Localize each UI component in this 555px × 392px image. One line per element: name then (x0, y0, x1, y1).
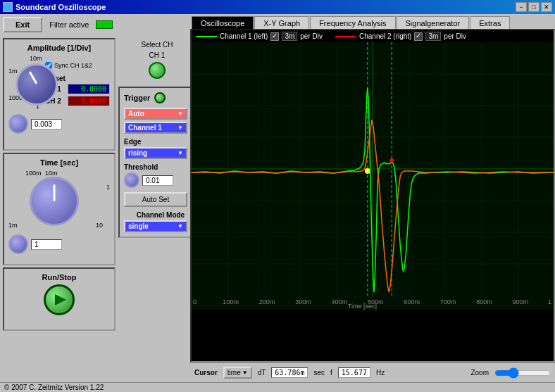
time-label-100m: 100m (25, 170, 42, 177)
edge-dropdown[interactable]: rising ▼ (124, 147, 187, 159)
tab-frequency-analysis[interactable]: Frequency Analysis (310, 16, 395, 30)
svg-text:600m: 600m (404, 298, 420, 305)
scope-svg: 0 100m 200m 300m 400m 500m 600m 700m 800… (192, 42, 554, 310)
f-value: 15.677 (338, 367, 370, 378)
sync-label: Sync CH 1&2 (54, 62, 92, 69)
ch1-per-div-unit: per Div (300, 32, 323, 40)
ch2-line-indicator (335, 36, 356, 37)
zoom-slider[interactable] (494, 367, 551, 379)
time-label-1: 1 (106, 184, 110, 191)
amplitude-knob[interactable] (15, 63, 58, 106)
window-controls: − □ ✕ (516, 2, 552, 12)
ch1-checkbox[interactable] (270, 32, 279, 41)
amp-label-1m: 1m (8, 68, 18, 75)
svg-point-21 (365, 168, 370, 174)
threshold-title: Threshold (124, 163, 197, 171)
time-knob[interactable] (30, 177, 79, 226)
copyright-text: © 2007 C. Zeitmitz Version 1.22 (4, 384, 104, 391)
trigger-title: Trigger (124, 94, 150, 102)
play-icon (55, 294, 66, 305)
ch2-checkbox[interactable] (414, 32, 423, 41)
exit-button[interactable]: Exit (3, 17, 42, 32)
app-title: Soundcard Oszilloscope (15, 3, 106, 11)
filter-indicator (96, 20, 113, 29)
amplitude-value[interactable]: 0.003 (31, 119, 62, 129)
ch1-line-indicator (196, 36, 217, 37)
svg-text:0: 0 (193, 298, 197, 305)
amplitude-title: Amplitude [1/Div] (8, 44, 110, 52)
app-icon (3, 2, 13, 12)
cursor-bar: Cursor time ▼ dT 63.786m sec f 15.677 Hz… (190, 362, 555, 382)
svg-text:800m: 800m (476, 298, 492, 305)
channel-dropdown[interactable]: Channel 1 ▼ (124, 122, 187, 134)
dt-label: dT (258, 369, 266, 377)
time-label-10m: 10m (45, 170, 58, 177)
scope-grid[interactable]: 0 100m 200m 300m 400m 500m 600m 700m 800… (192, 42, 554, 310)
copyright-bar: © 2007 C. Zeitmitz Version 1.22 (0, 382, 555, 392)
amplitude-fine-knob[interactable] (8, 114, 28, 134)
dt-value: 63.786m (271, 367, 308, 378)
time-title: Time [sec] (8, 158, 110, 167)
cursor-dropdown-arrow: ▼ (242, 369, 248, 376)
ch2-per-div-unit: per Div (444, 32, 466, 40)
trigger-indicator (154, 92, 166, 103)
tab-oscilloscope[interactable]: Oscilloscope (192, 16, 254, 30)
cursor-type-dropdown[interactable]: time ▼ (223, 367, 252, 379)
ch1-indicator (149, 62, 166, 79)
sync-checkbox[interactable]: Sync CH 1&2 (45, 62, 110, 69)
filter-label: Filter active (49, 20, 89, 29)
f-label: f (330, 369, 332, 377)
run-stop-panel: Run/Stop (3, 267, 116, 331)
channel-mode-title: Channel Mode (124, 211, 197, 219)
svg-text:900m: 900m (513, 298, 529, 305)
time-label-1m: 1m (8, 222, 18, 229)
threshold-knob[interactable] (124, 172, 139, 188)
amp-label-10m: 10m (30, 55, 42, 62)
ch1-label: CH 1 (121, 51, 193, 59)
time-panel: Time [sec] 100m 10m 1m 1 10 (3, 153, 116, 265)
tab-extras[interactable]: Extras (470, 16, 510, 30)
zoom-label: Zoom (470, 369, 489, 377)
ch2-per-div-value[interactable]: 3m (425, 32, 441, 41)
auto-dropdown[interactable]: Auto ▼ (124, 108, 187, 120)
svg-text:1: 1 (548, 298, 551, 305)
amplitude-panel: Amplitude [1/Div] 10m 100m 1 1m 100u (3, 38, 116, 151)
f-unit: Hz (376, 369, 385, 377)
threshold-value[interactable]: 0.01 (142, 175, 173, 186)
oscilloscope-display: Channel 1 (left) 3m per Div Channel 2 (r… (190, 29, 555, 362)
autoset-button[interactable]: Auto Set (124, 192, 187, 207)
ch2-offset-value[interactable]: 0.0000 (68, 96, 110, 106)
close-button[interactable]: ✕ (541, 2, 552, 12)
minimize-button[interactable]: − (516, 2, 527, 12)
svg-text:100m: 100m (223, 298, 239, 305)
select-ch-label: Select CH (121, 41, 193, 49)
run-stop-button[interactable] (44, 284, 75, 315)
time-value[interactable]: 1 (31, 239, 62, 250)
ch2-legend-label: Channel 2 (right) (359, 32, 411, 40)
svg-text:300m: 300m (295, 298, 311, 305)
x-axis-label: Time [sec] (348, 303, 377, 310)
time-label-10: 10 (96, 222, 103, 229)
ch1-per-div-value[interactable]: 3m (282, 32, 297, 41)
ch1-legend-label: Channel 1 (left) (220, 32, 268, 40)
maximize-button[interactable]: □ (528, 2, 540, 12)
svg-text:400m: 400m (332, 298, 348, 305)
tab-xy-graph[interactable]: X-Y Graph (254, 16, 309, 30)
svg-point-22 (389, 158, 394, 163)
channel-mode-dropdown[interactable]: single ▼ (124, 220, 187, 232)
time-fine-knob[interactable] (8, 234, 28, 254)
svg-text:700m: 700m (440, 298, 456, 305)
tab-bar: Oscilloscope X-Y Graph Frequency Analysi… (190, 14, 555, 29)
cursor-label: Cursor (194, 369, 218, 377)
ch1-offset-value[interactable]: 0.0000 (68, 84, 110, 94)
channel-legend: Channel 1 (left) 3m per Div Channel 2 (r… (192, 30, 554, 42)
svg-text:200m: 200m (259, 298, 275, 305)
dt-unit: sec (313, 369, 325, 377)
title-bar: Soundcard Oszilloscope − □ ✕ (0, 0, 555, 14)
run-stop-title: Run/Stop (42, 273, 77, 282)
edge-title: Edge (124, 138, 197, 146)
tab-signal-generator[interactable]: Signalgenerator (397, 16, 470, 30)
